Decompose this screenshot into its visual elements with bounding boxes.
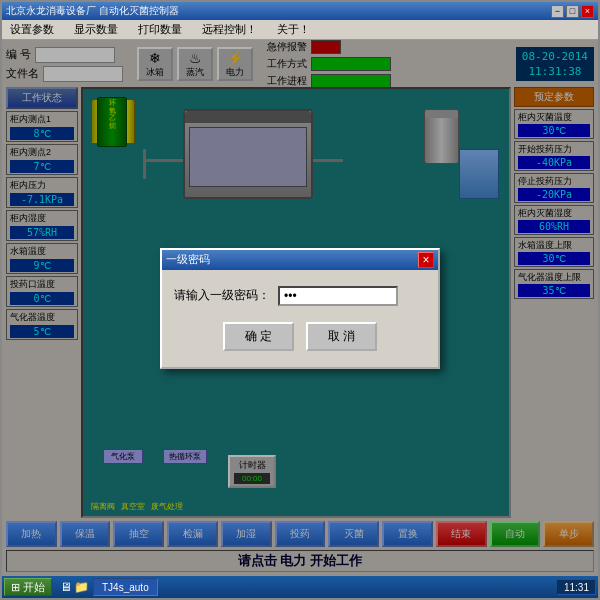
modal-confirm-button[interactable]: 确 定 <box>223 322 294 351</box>
window-title: 北京永龙消毒设备厂 自动化灭菌控制器 <box>6 4 179 18</box>
window-controls: − □ × <box>551 5 594 18</box>
taskbar-time: 11:31 <box>557 580 596 595</box>
taskbar-window-item[interactable]: TJ4s_auto <box>93 578 158 596</box>
modal-close-button[interactable]: × <box>418 252 434 268</box>
modal-buttons: 确 定 取 消 <box>174 322 426 351</box>
menu-about[interactable]: 关于！ <box>273 20 314 39</box>
windows-icon: ⊞ <box>11 581 20 594</box>
taskbar: ⊞ 开始 🖥 📁 TJ4s_auto 11:31 <box>2 576 598 598</box>
modal-prompt: 请输入一级密码： <box>174 287 270 304</box>
taskbar-icon-2: 📁 <box>74 580 89 594</box>
menu-remote[interactable]: 远程控制！ <box>198 20 261 39</box>
main-window: 北京永龙消毒设备厂 自动化灭菌控制器 − □ × 设置参数 显示数量 打印数量 … <box>0 0 600 600</box>
menu-display[interactable]: 显示数量 <box>70 20 122 39</box>
modal-body: 请输入一级密码： 确 定 取 消 <box>162 270 438 367</box>
modal-overlay: 一级密码 × 请输入一级密码： 确 定 取 消 <box>2 40 598 576</box>
start-label: 开始 <box>23 580 45 595</box>
modal-title-text: 一级密码 <box>166 252 210 267</box>
taskbar-icons-area: 🖥 📁 <box>60 580 89 594</box>
menu-bar: 设置参数 显示数量 打印数量 远程控制！ 关于！ <box>2 20 598 40</box>
minimize-button[interactable]: − <box>551 5 564 18</box>
password-input[interactable] <box>278 286 398 306</box>
main-content: 编 号 文件名 ❄ 冰箱 ♨ 蒸汽 ⚡ <box>2 40 598 576</box>
menu-print[interactable]: 打印数量 <box>134 20 186 39</box>
modal-input-row: 请输入一级密码： <box>174 286 426 306</box>
title-bar: 北京永龙消毒设备厂 自动化灭菌控制器 − □ × <box>2 2 598 20</box>
password-modal: 一级密码 × 请输入一级密码： 确 定 取 消 <box>160 248 440 369</box>
start-button[interactable]: ⊞ 开始 <box>4 578 52 596</box>
maximize-button[interactable]: □ <box>566 5 579 18</box>
modal-title-bar: 一级密码 × <box>162 250 438 270</box>
modal-cancel-button[interactable]: 取 消 <box>306 322 377 351</box>
close-button[interactable]: × <box>581 5 594 18</box>
taskbar-icon-1: 🖥 <box>60 580 72 594</box>
menu-settings[interactable]: 设置参数 <box>6 20 58 39</box>
